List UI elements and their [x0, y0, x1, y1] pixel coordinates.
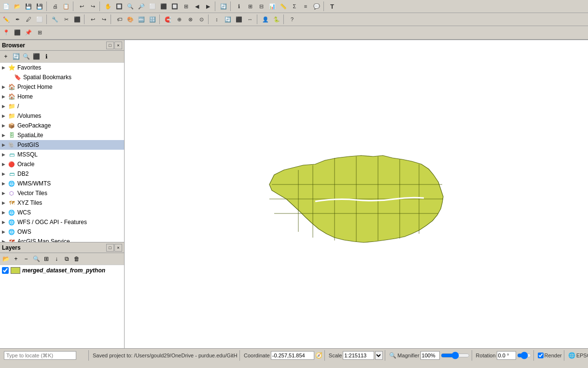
rotate-btn[interactable]: 🔄	[223, 14, 233, 25]
layers-duplicate-button[interactable]: ⧉	[62, 254, 71, 264]
pan-button[interactable]: ✋	[103, 1, 113, 12]
zoom-layer-button[interactable]: 🔲	[169, 1, 180, 12]
magnifier-input[interactable]	[420, 351, 440, 360]
locate-search-input[interactable]	[4, 351, 76, 360]
browser-item-home[interactable]: ▶ 🏠 Home	[0, 92, 124, 101]
snap-btn-4[interactable]: ⊙	[196, 14, 207, 25]
zoom-next-button[interactable]: ▶	[203, 1, 213, 12]
browser-collapse-button[interactable]: ⬛	[31, 52, 41, 61]
annotation-button[interactable]: 💬	[311, 1, 322, 12]
location-btn-1[interactable]: 📍	[1, 28, 12, 38]
identify-button[interactable]: ℹ	[234, 1, 244, 12]
edit-btn-2[interactable]: ✂	[61, 14, 71, 25]
browser-item-wcs[interactable]: ▶ 🌐 WCS	[0, 208, 124, 217]
save-project-button[interactable]: 💾	[23, 1, 34, 12]
zoom-in-button[interactable]: 🔍	[125, 1, 136, 12]
location-btn-4[interactable]: ⊞	[34, 28, 45, 38]
open-table-button[interactable]: 📊	[267, 1, 278, 12]
browser-item-spatial-bookmarks[interactable]: 🔖 Spatial Bookmarks	[0, 72, 124, 82]
layers-filter2-button[interactable]: ⊞	[42, 254, 51, 264]
layers-open-button[interactable]: 📂	[1, 254, 11, 264]
snap-btn-2[interactable]: ⊕	[174, 14, 184, 25]
flip-btn[interactable]: ↔	[245, 14, 255, 25]
zoom-extent-button[interactable]: ⬜	[147, 1, 158, 12]
zoom-native-button[interactable]: ⊞	[181, 1, 191, 12]
edit-btn-3[interactable]: ⬛	[72, 14, 83, 25]
snap-btn-1[interactable]: 🧲	[163, 14, 173, 25]
browser-close-button[interactable]: ×	[114, 42, 122, 49]
layers-float-button[interactable]: □	[106, 244, 114, 252]
browser-item-wms-wmts[interactable]: ▶ 🌐 WMS/WMTS	[0, 179, 124, 188]
status-epsg-item[interactable]: 🌐 EPSG:4326	[566, 350, 588, 361]
digitize-btn-2[interactable]: ✒	[12, 14, 23, 25]
browser-item-mssql[interactable]: ▶ 🗃 MSSQL	[0, 150, 124, 159]
browser-item-arcgis-map[interactable]: ▶ 🗺 ArcGIS Map Service	[0, 237, 124, 242]
layers-close-button[interactable]: ×	[114, 244, 122, 252]
python-btn[interactable]: 🐍	[271, 14, 282, 25]
coordinate-input[interactable]	[271, 351, 314, 360]
move-btn[interactable]: ↕	[211, 14, 222, 25]
snap-btn-3[interactable]: ⊗	[185, 14, 196, 25]
browser-item-vector-tiles[interactable]: ▶ ⬡ Vector Tiles	[0, 188, 124, 198]
layers-add-button[interactable]: +	[11, 254, 21, 264]
label-btn-2[interactable]: 🔤	[136, 14, 147, 25]
zoom-selection-button[interactable]: ⬛	[158, 1, 169, 12]
render-checkbox[interactable]	[538, 353, 544, 358]
browser-item-wfs[interactable]: ▶ 🌐 WFS / OGC API - Features	[0, 217, 124, 227]
browser-item-spatialite[interactable]: ▶ 🗄 SpatiaLite	[0, 130, 124, 140]
browser-item-postgis[interactable]: ▶ 🐘 PostGIS	[0, 140, 124, 150]
layout-button[interactable]: 📋	[61, 1, 71, 12]
browser-item-root[interactable]: ▶ 📁 /	[0, 101, 124, 111]
new-project-button[interactable]: 📄	[1, 1, 12, 12]
label-btn-1[interactable]: 🏷	[114, 14, 125, 25]
browser-float-button[interactable]: □	[106, 42, 114, 49]
digitize-btn-3[interactable]: 🖊	[23, 14, 34, 25]
zoom-last-button[interactable]: ◀	[192, 1, 202, 12]
measure-button[interactable]: 📏	[278, 1, 289, 12]
digitize-btn-1[interactable]: ✏️	[1, 14, 12, 25]
statistics-button[interactable]: Σ	[289, 1, 300, 12]
scale-btn[interactable]: ⬛	[234, 14, 244, 25]
location-btn-2[interactable]: ⬛	[12, 28, 23, 38]
rotation-input[interactable]	[497, 351, 516, 360]
browser-add-button[interactable]: +	[1, 52, 11, 61]
browser-item-favorites[interactable]: ▶ ⭐ Favorites	[0, 63, 124, 72]
layers-delete-button[interactable]: 🗑	[72, 254, 82, 264]
open-project-button[interactable]: 📂	[12, 1, 23, 12]
pan-map-button[interactable]: 🔲	[114, 1, 125, 12]
browser-item-geopackage[interactable]: ▶ 📦 GeoPackage	[0, 121, 124, 130]
save-as-button[interactable]: 💾	[34, 1, 45, 12]
undo-button[interactable]: ↩	[76, 1, 87, 12]
color-btn[interactable]: 🎨	[125, 14, 136, 25]
refresh-button[interactable]: 🔄	[218, 1, 229, 12]
undo2-button[interactable]: ↩	[87, 14, 98, 25]
layers-remove-button[interactable]: −	[21, 254, 31, 264]
digitize-btn-4[interactable]: ⬜	[34, 14, 45, 25]
scale-dropdown[interactable]	[375, 351, 383, 360]
browser-item-project-home[interactable]: ▶ 🏠 Project Home	[0, 82, 124, 92]
redo2-button[interactable]: ↪	[98, 14, 109, 25]
label-btn-3[interactable]: 🔠	[147, 14, 158, 25]
browser-item-oracle[interactable]: ▶ 🔴 Oracle	[0, 159, 124, 169]
magnifier-slider[interactable]	[441, 352, 470, 359]
rotation-slider[interactable]	[517, 352, 532, 359]
scale-input[interactable]	[343, 351, 374, 360]
text-button[interactable]: T	[327, 1, 337, 12]
help-btn[interactable]: ?	[287, 14, 297, 25]
browser-refresh-button[interactable]: 🔄	[11, 52, 21, 61]
layer-visibility-checkbox[interactable]	[2, 267, 9, 274]
layer-item-merged-dataset[interactable]: merged_dataset_from_python	[0, 265, 124, 276]
layers-filter-button[interactable]: 🔍	[31, 254, 41, 264]
zoom-out-button[interactable]: 🔎	[136, 1, 147, 12]
select-button[interactable]: ⊞	[245, 1, 255, 12]
layers-move-bottom-button[interactable]: ↓	[52, 254, 61, 264]
browser-item-volumes[interactable]: ▶ 📁 /Volumes	[0, 111, 124, 121]
attr-btn-1[interactable]: 👤	[260, 14, 271, 25]
redo-button[interactable]: ↪	[87, 1, 98, 12]
edit-btn-1[interactable]: 🔧	[50, 14, 60, 25]
browser-item-ows[interactable]: ▶ 🌐 OWS	[0, 227, 124, 237]
map-area[interactable]	[125, 40, 588, 348]
browser-filter-button[interactable]: 🔍	[21, 52, 31, 61]
browser-info-button[interactable]: ℹ	[42, 52, 51, 61]
browser-item-xyz-tiles[interactable]: ▶ 🗺 XYZ Tiles	[0, 198, 124, 208]
